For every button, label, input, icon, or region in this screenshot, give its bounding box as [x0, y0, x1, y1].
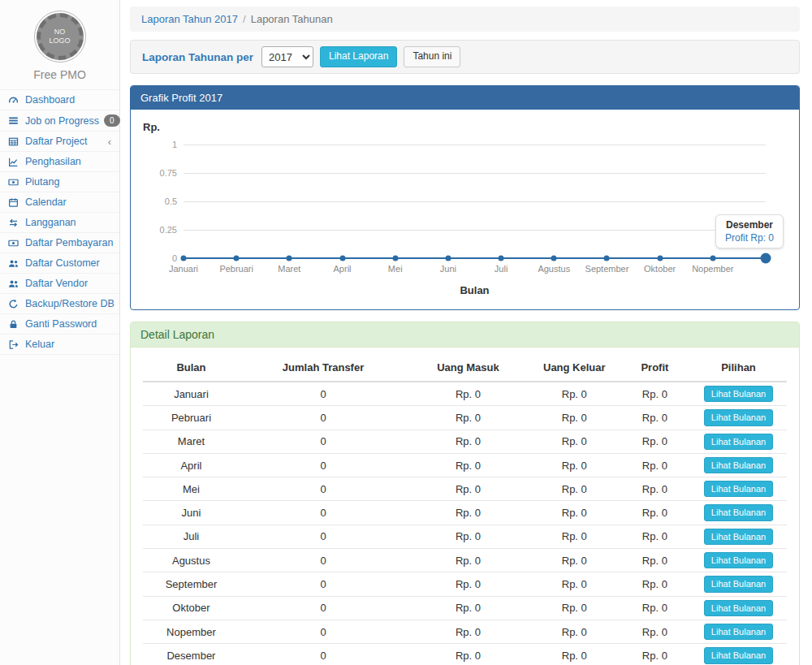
chart-gridline	[184, 173, 766, 174]
table-row: Oktober0Rp. 0Rp. 0Rp. 0Lihat Bulanan	[143, 596, 787, 620]
sidebar-item-daftar-project[interactable]: Daftar Project‹	[0, 132, 119, 152]
cell-bulan: Juni	[143, 501, 240, 525]
cell-uang-keluar: Rp. 0	[529, 525, 620, 548]
sidebar-item-job-on-progress[interactable]: Job on Progress0	[0, 110, 119, 132]
lihat-bulanan-button[interactable]: Lihat Bulanan	[704, 409, 773, 425]
table-row: September0Rp. 0Rp. 0Rp. 0Lihat Bulanan	[143, 572, 787, 596]
lihat-bulanan-button[interactable]: Lihat Bulanan	[704, 434, 773, 450]
exchange-icon	[8, 218, 20, 228]
line-chart-icon	[8, 157, 20, 167]
logo-area: NO LOGO Free PMO	[0, 0, 119, 90]
main-content: Laporan Tahun 2017/Laporan Tahunan Lapor…	[120, 0, 812, 665]
chart-point-pebruari[interactable]	[234, 256, 240, 261]
cell-uang-keluar: Rp. 0	[529, 382, 620, 406]
breadcrumb-link[interactable]: Laporan Tahun 2017	[141, 13, 238, 25]
sidebar-item-dashboard[interactable]: Dashboard	[0, 90, 119, 110]
lihat-bulanan-button[interactable]: Lihat Bulanan	[704, 386, 773, 402]
sidebar-item-keluar[interactable]: Keluar	[0, 335, 119, 355]
cell-uang-keluar: Rp. 0	[529, 453, 620, 477]
x-tick-label: Januari	[169, 264, 198, 274]
cell-profit: Rp. 0	[620, 620, 690, 643]
cell-jumlah-transfer: 0	[240, 406, 407, 430]
cell-bulan: Juli	[143, 525, 240, 548]
x-tick-label: Pebruari	[219, 264, 253, 274]
report-table: BulanJumlah TransferUang MasukUang Kelua…	[143, 354, 787, 665]
chart-point-agustus[interactable]	[551, 256, 557, 261]
year-select[interactable]: 2017	[261, 46, 313, 67]
table-row: Nopember0Rp. 0Rp. 0Rp. 0Lihat Bulanan	[143, 620, 787, 643]
lihat-bulanan-button[interactable]: Lihat Bulanan	[704, 576, 773, 592]
sidebar-item-piutang[interactable]: Piutang	[0, 172, 119, 192]
cell-pilihan: Lihat Bulanan	[690, 620, 787, 643]
y-tick-label: 1	[145, 140, 177, 149]
chart-point-mei[interactable]	[392, 256, 398, 261]
table-body: Januari0Rp. 0Rp. 0Rp. 0Lihat BulananPebr…	[143, 382, 787, 665]
lihat-bulanan-button[interactable]: Lihat Bulanan	[704, 529, 773, 545]
chart-point-april[interactable]	[339, 256, 345, 261]
cell-jumlah-transfer: 0	[240, 644, 407, 665]
lihat-bulanan-button[interactable]: Lihat Bulanan	[704, 504, 773, 520]
sidebar-item-daftar-customer[interactable]: Daftar Customer	[0, 253, 119, 274]
cell-uang-masuk: Rp. 0	[407, 453, 529, 477]
column-header-profit: Profit	[620, 354, 690, 382]
sidebar-item-langganan[interactable]: Langganan	[0, 213, 119, 233]
column-header-jumlah-transfer: Jumlah Transfer	[240, 354, 407, 382]
table-row: Mei0Rp. 0Rp. 0Rp. 0Lihat Bulanan	[143, 477, 787, 501]
sidebar-item-daftar-pembayaran[interactable]: Daftar Pembayaran	[0, 233, 119, 253]
lihat-laporan-button[interactable]: Lihat Laporan	[320, 46, 397, 67]
y-tick-label: 0.75	[145, 168, 177, 178]
sidebar-item-penghasilan[interactable]: Penghasilan	[0, 152, 119, 172]
filter-label: Laporan Tahunan per	[142, 51, 253, 63]
chart-point-september[interactable]	[604, 256, 610, 261]
lihat-bulanan-button[interactable]: Lihat Bulanan	[704, 600, 773, 616]
lihat-bulanan-button[interactable]: Lihat Bulanan	[704, 647, 773, 663]
cell-uang-keluar: Rp. 0	[529, 406, 620, 430]
lock-icon	[8, 319, 20, 330]
breadcrumb-separator: /	[243, 13, 246, 25]
cell-profit: Rp. 0	[620, 525, 690, 548]
sidebar-item-ganti-password[interactable]: Ganti Password	[0, 314, 119, 335]
chart-line	[184, 257, 766, 259]
tahun-ini-button[interactable]: Tahun ini	[404, 46, 460, 67]
x-tick-label: Juli	[495, 264, 508, 274]
sidebar-item-calendar[interactable]: Calendar	[0, 192, 119, 213]
chart-point-oktober[interactable]	[657, 256, 663, 261]
cell-uang-keluar: Rp. 0	[529, 501, 620, 525]
chart-point-juli[interactable]	[499, 256, 504, 261]
sidebar-item-label: Daftar Customer	[25, 257, 100, 269]
cell-pilihan: Lihat Bulanan	[690, 382, 787, 406]
x-tick-label: April	[334, 264, 352, 274]
sidebar-item-backup-restore-db[interactable]: Backup/Restore DB	[0, 294, 119, 314]
tooltip-value: Profit Rp: 0	[725, 232, 774, 244]
sidebar-item-label: Job on Progress	[25, 115, 99, 127]
tooltip-title: Desember	[725, 219, 774, 231]
chart-point-juni[interactable]	[445, 256, 451, 261]
cell-uang-keluar: Rp. 0	[529, 620, 620, 643]
lihat-bulanan-button[interactable]: Lihat Bulanan	[704, 552, 773, 568]
cell-uang-masuk: Rp. 0	[407, 549, 529, 572]
chart-point-januari[interactable]	[181, 256, 187, 261]
cell-jumlah-transfer: 0	[240, 453, 407, 477]
x-tick-label: September	[585, 264, 629, 274]
cell-jumlah-transfer: 0	[240, 382, 407, 406]
cell-profit: Rp. 0	[620, 644, 690, 665]
report-filter-bar: Laporan Tahunan per 2017 Lihat Laporan T…	[130, 40, 800, 74]
cell-uang-keluar: Rp. 0	[529, 477, 620, 501]
cell-uang-masuk: Rp. 0	[407, 406, 529, 430]
lihat-bulanan-button[interactable]: Lihat Bulanan	[704, 624, 773, 640]
lihat-bulanan-button[interactable]: Lihat Bulanan	[704, 481, 773, 497]
cell-jumlah-transfer: 0	[240, 525, 407, 548]
detail-body: BulanJumlah TransferUang MasukUang Kelua…	[131, 348, 799, 665]
chart-gridline	[184, 230, 766, 231]
chart-point-maret[interactable]	[287, 256, 292, 261]
x-axis-label: Bulan	[184, 284, 766, 296]
cell-uang-keluar: Rp. 0	[529, 644, 620, 665]
chart-point-desember[interactable]	[761, 253, 771, 264]
lihat-bulanan-button[interactable]: Lihat Bulanan	[704, 457, 773, 473]
cell-bulan: September	[143, 572, 240, 596]
cell-pilihan: Lihat Bulanan	[690, 525, 787, 548]
chart-point-nopember[interactable]	[710, 256, 715, 261]
sidebar-item-daftar-vendor[interactable]: Daftar Vendor	[0, 274, 119, 294]
chevron-left-icon: ‹	[108, 136, 111, 147]
sidebar-item-label: Dashboard	[25, 94, 75, 106]
